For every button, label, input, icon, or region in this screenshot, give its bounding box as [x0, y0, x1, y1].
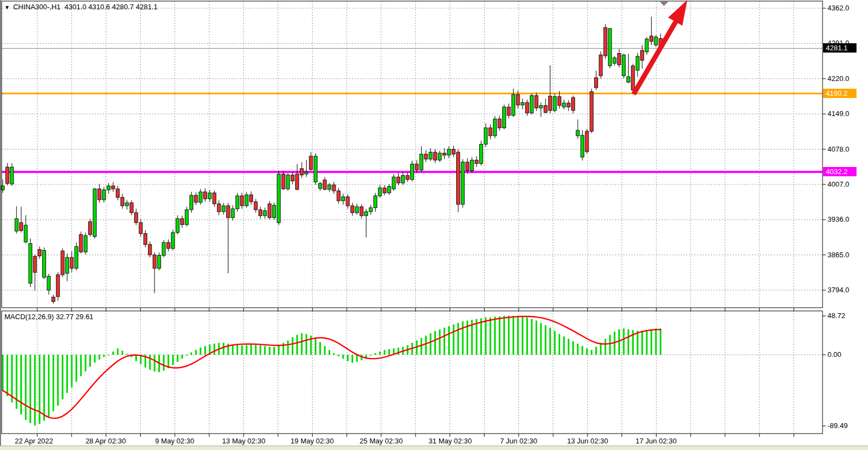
- price-axis-label: 3865.0: [827, 251, 849, 259]
- macd-bar: [296, 335, 298, 355]
- candle-body: [33, 256, 37, 272]
- candle-body: [470, 160, 474, 170]
- macd-bar: [545, 325, 547, 355]
- macd-bar: [39, 355, 41, 424]
- candle-body: [143, 234, 147, 245]
- macd-bar: [264, 346, 266, 355]
- candle-body: [530, 96, 533, 113]
- candle-body: [84, 235, 87, 252]
- macd-bar: [577, 344, 579, 355]
- candle-body: [396, 177, 400, 183]
- resistance-line-badge: 4190.2: [823, 89, 856, 98]
- candle-body: [419, 154, 423, 170]
- chart-shift-marker-icon[interactable]: [660, 2, 668, 6]
- macd-bar: [559, 334, 560, 355]
- macd-bar: [66, 355, 68, 393]
- candle-body: [549, 96, 552, 110]
- macd-bar: [434, 331, 436, 355]
- trend-arrow-head[interactable]: [668, 0, 687, 26]
- candle-body: [286, 175, 290, 189]
- candle-body: [603, 27, 607, 56]
- candle-body: [350, 206, 354, 213]
- macd-bar: [246, 345, 248, 355]
- candle-body: [309, 156, 313, 169]
- macd-bar: [273, 347, 275, 355]
- candle-body: [378, 188, 382, 196]
- chart-title: ▼CHINA300-,H1 4301.0 4310.6 4280.7 4281.…: [4, 3, 158, 11]
- macd-bar: [586, 348, 588, 355]
- macd-bar: [108, 355, 110, 355]
- macd-bar: [241, 345, 243, 355]
- ohlc-values: 4301.0 4310.6 4280.7 4281.1: [65, 3, 158, 11]
- macd-bar: [356, 355, 358, 362]
- macd-bar: [292, 337, 294, 355]
- macd-bar: [439, 330, 441, 355]
- macd-bar: [315, 339, 317, 355]
- macd-bar: [76, 355, 77, 382]
- main-panel-frame: [2, 1, 823, 308]
- macd-bar: [646, 330, 648, 355]
- macd-bar: [375, 353, 376, 355]
- candle-body: [401, 176, 405, 183]
- candle-body: [258, 210, 262, 216]
- candle-body: [28, 244, 32, 284]
- macd-bar: [319, 342, 321, 355]
- macd-bar: [480, 318, 482, 355]
- time-axis-label: 28 Apr 02:30: [85, 437, 126, 445]
- macd-bar: [223, 343, 225, 355]
- price-axis-label: 4149.0: [827, 109, 849, 118]
- macd-bar: [85, 355, 87, 372]
- macd-bar: [522, 316, 524, 355]
- time-axis-label: 7 Jun 02:30: [500, 437, 537, 445]
- candle-body: [176, 218, 179, 232]
- macd-bar: [485, 318, 487, 355]
- macd-bar: [25, 355, 27, 420]
- candle-body: [373, 196, 377, 208]
- candle-body: [507, 107, 510, 115]
- macd-bar: [347, 355, 349, 361]
- trend-arrow-shaft[interactable]: [634, 20, 677, 94]
- candle-body: [254, 202, 257, 210]
- price-axis-label: 4362.0: [827, 4, 849, 12]
- candle-body: [654, 37, 658, 45]
- candle-body: [516, 95, 520, 105]
- candle-body: [273, 205, 276, 218]
- macd-bar: [379, 351, 381, 355]
- candle-body: [503, 107, 506, 128]
- macd-bar: [195, 350, 197, 355]
- macd-bar: [540, 323, 542, 355]
- macd-bar: [62, 355, 64, 399]
- macd-bar: [370, 355, 372, 355]
- macd-bar: [609, 335, 611, 355]
- trend-arrow[interactable]: [634, 0, 687, 94]
- macd-bar: [605, 339, 606, 355]
- macd-bar: [595, 347, 597, 355]
- macd-bar: [16, 355, 18, 409]
- macd-bar: [388, 349, 390, 355]
- macd-bar: [476, 319, 478, 355]
- candle-body: [240, 196, 244, 206]
- macd-bar: [568, 339, 570, 355]
- candle-body: [511, 95, 515, 116]
- macd-bar: [637, 331, 639, 355]
- time-axis-label: 25 May 02:30: [360, 437, 403, 445]
- symbol-dropdown-icon[interactable]: ▼: [4, 4, 10, 10]
- candle-body: [342, 197, 345, 201]
- price-axis-label: 4007.0: [827, 180, 849, 188]
- candle-body: [332, 185, 336, 191]
- candle-body: [70, 257, 73, 268]
- candle-body: [493, 119, 497, 136]
- macd-bar: [352, 355, 353, 363]
- candle-body: [590, 91, 593, 131]
- candle-body: [645, 39, 648, 52]
- candle-body: [327, 185, 331, 189]
- macd-bar: [563, 337, 565, 355]
- macd-bar: [490, 318, 491, 355]
- macd-bar: [48, 355, 50, 417]
- macd-bar: [444, 328, 445, 355]
- macd-bar: [329, 350, 330, 355]
- candle-body: [185, 210, 188, 224]
- macd-bar: [7, 355, 8, 396]
- candle-body: [130, 203, 133, 212]
- candle-body: [613, 58, 616, 64]
